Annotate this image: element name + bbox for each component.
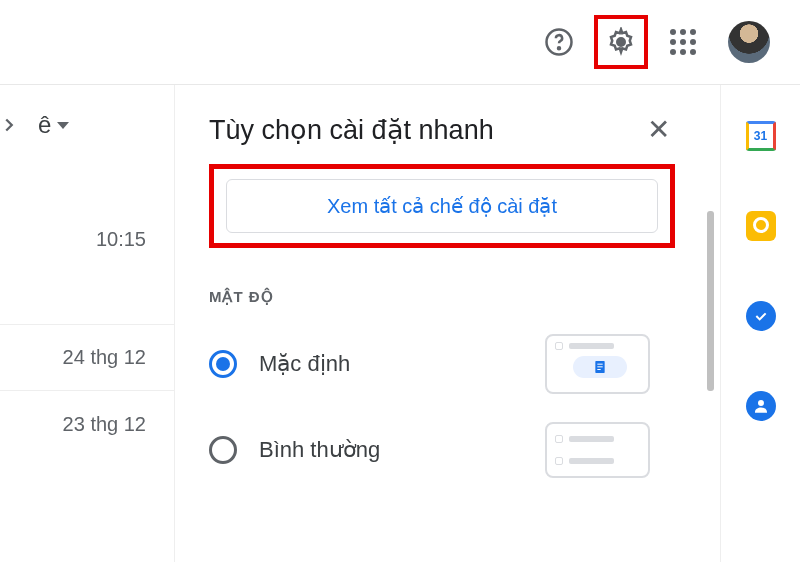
input-tool-label: ê bbox=[38, 111, 51, 139]
avatar[interactable] bbox=[728, 21, 770, 63]
app-header bbox=[0, 0, 800, 85]
density-label: Mặc định bbox=[259, 351, 350, 377]
mail-row[interactable]: 10:15 bbox=[0, 155, 174, 325]
close-icon[interactable]: ✕ bbox=[647, 113, 700, 146]
svg-point-7 bbox=[758, 400, 764, 406]
density-section-label: MẬT ĐỘ bbox=[209, 288, 700, 306]
scrollbar[interactable] bbox=[707, 211, 714, 391]
mail-list-column: ê 10:15 24 thg 12 23 thg 12 bbox=[0, 85, 175, 562]
mail-time: 24 thg 12 bbox=[63, 346, 146, 369]
density-preview-comfortable bbox=[545, 422, 650, 478]
density-option-comfortable[interactable]: Bình thường bbox=[209, 422, 700, 478]
calendar-app-icon[interactable]: 31 bbox=[745, 120, 777, 152]
side-apps-bar: 31 bbox=[720, 85, 800, 562]
svg-rect-6 bbox=[597, 369, 600, 370]
document-icon bbox=[592, 359, 608, 375]
svg-rect-4 bbox=[597, 364, 602, 365]
mail-time: 23 thg 12 bbox=[63, 413, 146, 436]
gear-icon[interactable] bbox=[594, 15, 648, 69]
mail-time: 10:15 bbox=[96, 228, 146, 251]
density-label: Bình thường bbox=[259, 437, 380, 463]
chevron-right-icon[interactable] bbox=[0, 114, 20, 136]
tasks-app-icon[interactable] bbox=[745, 300, 777, 332]
keep-app-icon[interactable] bbox=[745, 210, 777, 242]
quick-settings-panel: Tùy chọn cài đặt nhanh ✕ Xem tất cả chế … bbox=[175, 85, 720, 562]
mail-row[interactable]: 24 thg 12 bbox=[0, 325, 174, 391]
contacts-app-icon[interactable] bbox=[745, 390, 777, 422]
highlight-box: Xem tất cả chế độ cài đặt bbox=[209, 164, 675, 248]
panel-title: Tùy chọn cài đặt nhanh bbox=[209, 114, 494, 146]
svg-rect-5 bbox=[597, 366, 602, 367]
help-icon[interactable] bbox=[542, 25, 576, 59]
density-preview-default bbox=[545, 334, 650, 394]
svg-point-1 bbox=[558, 47, 560, 49]
input-tool-selector[interactable]: ê bbox=[38, 111, 69, 139]
caret-down-icon bbox=[57, 122, 69, 129]
mail-row[interactable]: 23 thg 12 bbox=[0, 391, 174, 457]
svg-point-2 bbox=[617, 38, 625, 46]
density-option-default[interactable]: Mặc định bbox=[209, 334, 700, 394]
radio-unchecked-icon[interactable] bbox=[209, 436, 237, 464]
apps-grid-icon[interactable] bbox=[666, 25, 700, 59]
see-all-settings-button[interactable]: Xem tất cả chế độ cài đặt bbox=[226, 179, 658, 233]
radio-checked-icon[interactable] bbox=[209, 350, 237, 378]
